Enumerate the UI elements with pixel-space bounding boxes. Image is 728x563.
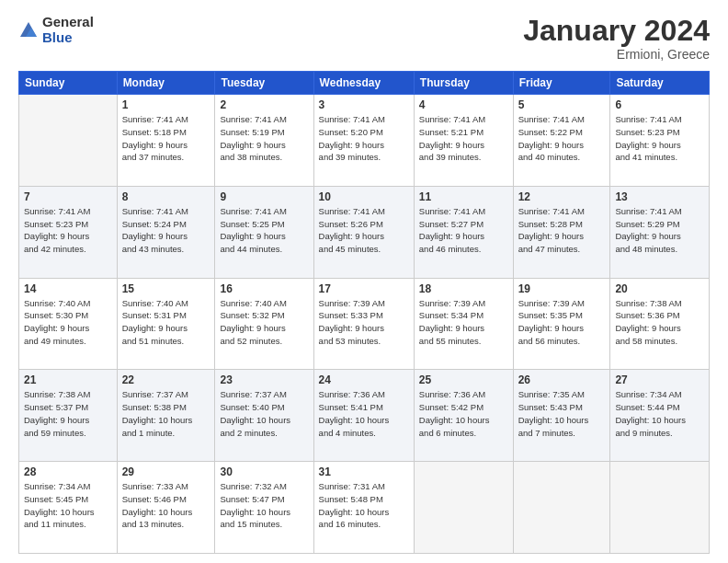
day-number: 10 — [319, 190, 409, 203]
day-number: 31 — [319, 465, 409, 478]
day-info: Sunrise: 7:41 AMSunset: 5:19 PMDaylight:… — [220, 113, 308, 164]
main-title: January 2024 — [523, 15, 710, 47]
day-number: 22 — [122, 373, 210, 386]
weekday-header-row: Sunday Monday Tuesday Wednesday Thursday… — [19, 72, 710, 95]
table-row — [19, 95, 118, 187]
calendar-week-row: 21Sunrise: 7:38 AMSunset: 5:37 PMDayligh… — [19, 370, 710, 462]
day-number: 5 — [518, 98, 606, 111]
day-info: Sunrise: 7:34 AMSunset: 5:44 PMDaylight:… — [615, 388, 704, 439]
calendar-week-row: 1Sunrise: 7:41 AMSunset: 5:18 PMDaylight… — [19, 95, 710, 187]
day-number: 26 — [518, 373, 606, 386]
table-row: 19Sunrise: 7:39 AMSunset: 5:35 PMDayligh… — [513, 278, 610, 370]
day-info: Sunrise: 7:38 AMSunset: 5:37 PMDaylight:… — [24, 388, 112, 439]
table-row: 28Sunrise: 7:34 AMSunset: 5:45 PMDayligh… — [19, 462, 118, 554]
day-info: Sunrise: 7:40 AMSunset: 5:32 PMDaylight:… — [220, 297, 308, 348]
day-number: 14 — [24, 282, 112, 295]
day-number: 27 — [615, 373, 704, 386]
day-number: 18 — [419, 282, 508, 295]
day-number: 23 — [220, 373, 308, 386]
day-info: Sunrise: 7:33 AMSunset: 5:46 PMDaylight:… — [122, 480, 210, 531]
table-row: 1Sunrise: 7:41 AMSunset: 5:18 PMDaylight… — [117, 95, 215, 187]
day-number: 21 — [24, 373, 112, 386]
day-number: 1 — [122, 98, 210, 111]
table-row: 31Sunrise: 7:31 AMSunset: 5:48 PMDayligh… — [313, 462, 414, 554]
title-block: January 2024 Ermioni, Greece — [523, 15, 710, 62]
day-info: Sunrise: 7:41 AMSunset: 5:23 PMDaylight:… — [24, 205, 112, 256]
header-thursday: Thursday — [414, 72, 513, 95]
table-row: 4Sunrise: 7:41 AMSunset: 5:21 PMDaylight… — [414, 95, 513, 187]
day-number: 12 — [518, 190, 606, 203]
calendar-table: Sunday Monday Tuesday Wednesday Thursday… — [18, 71, 710, 554]
table-row: 22Sunrise: 7:37 AMSunset: 5:38 PMDayligh… — [117, 370, 215, 462]
day-info: Sunrise: 7:41 AMSunset: 5:26 PMDaylight:… — [319, 205, 409, 256]
table-row: 12Sunrise: 7:41 AMSunset: 5:28 PMDayligh… — [513, 186, 610, 278]
header-monday: Monday — [117, 72, 215, 95]
day-number: 17 — [319, 282, 409, 295]
header-wednesday: Wednesday — [313, 72, 414, 95]
day-number: 2 — [220, 98, 308, 111]
day-number: 19 — [518, 282, 606, 295]
day-number: 24 — [319, 373, 409, 386]
header-sunday: Sunday — [19, 72, 118, 95]
day-number: 11 — [419, 190, 508, 203]
day-info: Sunrise: 7:41 AMSunset: 5:23 PMDaylight:… — [615, 113, 704, 164]
day-info: Sunrise: 7:41 AMSunset: 5:28 PMDaylight:… — [518, 205, 606, 256]
logo-blue-text: Blue — [42, 30, 94, 46]
table-row: 20Sunrise: 7:38 AMSunset: 5:36 PMDayligh… — [610, 278, 710, 370]
table-row: 23Sunrise: 7:37 AMSunset: 5:40 PMDayligh… — [215, 370, 313, 462]
day-info: Sunrise: 7:39 AMSunset: 5:34 PMDaylight:… — [419, 297, 508, 348]
table-row: 8Sunrise: 7:41 AMSunset: 5:24 PMDaylight… — [117, 186, 215, 278]
day-info: Sunrise: 7:41 AMSunset: 5:21 PMDaylight:… — [419, 113, 508, 164]
day-info: Sunrise: 7:39 AMSunset: 5:35 PMDaylight:… — [518, 297, 606, 348]
day-number: 15 — [122, 282, 210, 295]
day-info: Sunrise: 7:36 AMSunset: 5:42 PMDaylight:… — [419, 388, 508, 439]
day-info: Sunrise: 7:41 AMSunset: 5:18 PMDaylight:… — [122, 113, 210, 164]
table-row: 3Sunrise: 7:41 AMSunset: 5:20 PMDaylight… — [313, 95, 414, 187]
day-info: Sunrise: 7:34 AMSunset: 5:45 PMDaylight:… — [24, 480, 112, 531]
table-row: 15Sunrise: 7:40 AMSunset: 5:31 PMDayligh… — [117, 278, 215, 370]
logo-icon — [18, 20, 39, 40]
logo: General Blue — [18, 15, 94, 45]
table-row: 6Sunrise: 7:41 AMSunset: 5:23 PMDaylight… — [610, 95, 710, 187]
table-row — [513, 462, 610, 554]
day-number: 30 — [220, 465, 308, 478]
table-row: 2Sunrise: 7:41 AMSunset: 5:19 PMDaylight… — [215, 95, 313, 187]
table-row: 17Sunrise: 7:39 AMSunset: 5:33 PMDayligh… — [313, 278, 414, 370]
table-row: 14Sunrise: 7:40 AMSunset: 5:30 PMDayligh… — [19, 278, 118, 370]
day-info: Sunrise: 7:39 AMSunset: 5:33 PMDaylight:… — [319, 297, 409, 348]
day-info: Sunrise: 7:36 AMSunset: 5:41 PMDaylight:… — [319, 388, 409, 439]
day-number: 16 — [220, 282, 308, 295]
calendar-week-row: 7Sunrise: 7:41 AMSunset: 5:23 PMDaylight… — [19, 186, 710, 278]
day-info: Sunrise: 7:31 AMSunset: 5:48 PMDaylight:… — [319, 480, 409, 531]
day-info: Sunrise: 7:38 AMSunset: 5:36 PMDaylight:… — [615, 297, 704, 348]
day-number: 4 — [419, 98, 508, 111]
header-friday: Friday — [513, 72, 610, 95]
table-row: 13Sunrise: 7:41 AMSunset: 5:29 PMDayligh… — [610, 186, 710, 278]
day-number: 8 — [122, 190, 210, 203]
day-number: 25 — [419, 373, 508, 386]
table-row: 27Sunrise: 7:34 AMSunset: 5:44 PMDayligh… — [610, 370, 710, 462]
page-header: General Blue January 2024 Ermioni, Greec… — [18, 15, 710, 62]
day-info: Sunrise: 7:40 AMSunset: 5:31 PMDaylight:… — [122, 297, 210, 348]
table-row: 21Sunrise: 7:38 AMSunset: 5:37 PMDayligh… — [19, 370, 118, 462]
calendar-week-row: 14Sunrise: 7:40 AMSunset: 5:30 PMDayligh… — [19, 278, 710, 370]
day-number: 20 — [615, 282, 704, 295]
table-row: 10Sunrise: 7:41 AMSunset: 5:26 PMDayligh… — [313, 186, 414, 278]
day-number: 13 — [615, 190, 704, 203]
table-row: 5Sunrise: 7:41 AMSunset: 5:22 PMDaylight… — [513, 95, 610, 187]
table-row — [610, 462, 710, 554]
subtitle: Ermioni, Greece — [523, 47, 710, 62]
logo-general-text: General — [42, 15, 94, 30]
day-info: Sunrise: 7:41 AMSunset: 5:20 PMDaylight:… — [319, 113, 409, 164]
day-info: Sunrise: 7:41 AMSunset: 5:29 PMDaylight:… — [615, 205, 704, 256]
table-row: 24Sunrise: 7:36 AMSunset: 5:41 PMDayligh… — [313, 370, 414, 462]
day-number: 28 — [24, 465, 112, 478]
day-info: Sunrise: 7:40 AMSunset: 5:30 PMDaylight:… — [24, 297, 112, 348]
table-row: 16Sunrise: 7:40 AMSunset: 5:32 PMDayligh… — [215, 278, 313, 370]
day-info: Sunrise: 7:41 AMSunset: 5:25 PMDaylight:… — [220, 205, 308, 256]
table-row — [414, 462, 513, 554]
day-info: Sunrise: 7:35 AMSunset: 5:43 PMDaylight:… — [518, 388, 606, 439]
day-info: Sunrise: 7:41 AMSunset: 5:27 PMDaylight:… — [419, 205, 508, 256]
table-row: 25Sunrise: 7:36 AMSunset: 5:42 PMDayligh… — [414, 370, 513, 462]
table-row: 7Sunrise: 7:41 AMSunset: 5:23 PMDaylight… — [19, 186, 118, 278]
